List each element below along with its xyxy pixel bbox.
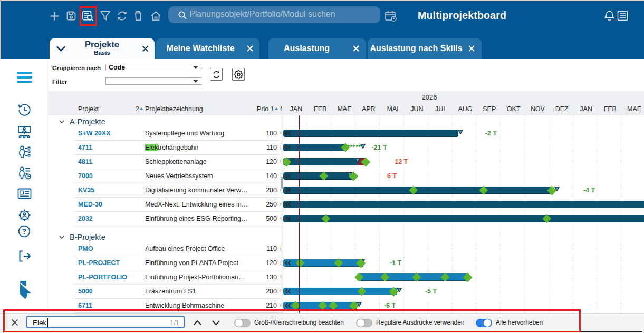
- svg-text:?: ?: [22, 227, 27, 236]
